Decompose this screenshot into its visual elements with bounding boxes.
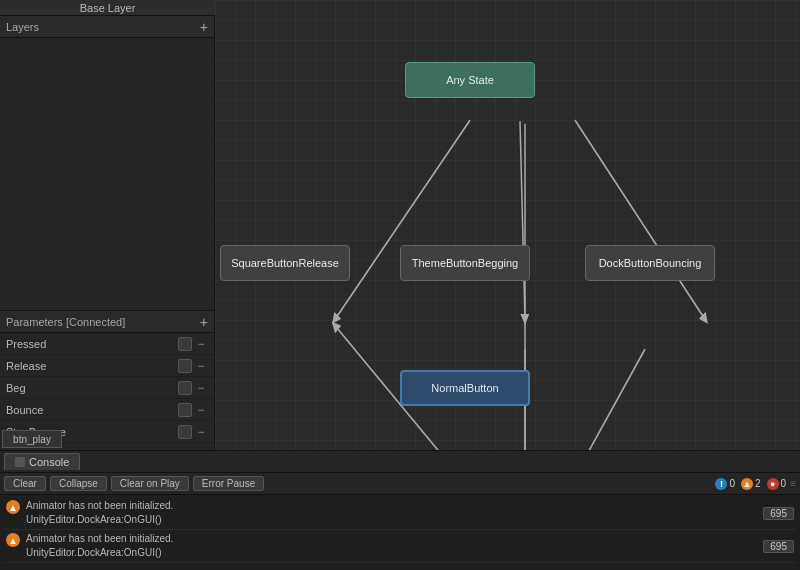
- params-add-button[interactable]: +: [200, 315, 208, 329]
- param-checkbox[interactable]: [178, 337, 192, 351]
- param-label: Beg: [6, 382, 178, 394]
- console-toolbar: Clear Collapse Clear on Play Error Pause…: [0, 473, 800, 495]
- message-warn-icon: ▲: [6, 500, 20, 514]
- param-label: Pressed: [6, 338, 178, 350]
- btn-play[interactable]: btn_play: [2, 430, 62, 448]
- scrollbar-icon: ≡: [790, 478, 796, 489]
- error-pause-button[interactable]: Error Pause: [193, 476, 264, 491]
- message-count: 695: [763, 507, 794, 520]
- param-checkbox[interactable]: [178, 403, 192, 417]
- svg-line-6: [585, 349, 645, 458]
- message-warn-icon: ▲: [6, 533, 20, 547]
- svg-line-0: [335, 120, 470, 319]
- square-release-node[interactable]: SquareButtonRelease: [220, 245, 350, 281]
- animator-canvas[interactable]: Any State SquareButtonRelease ThemeButto…: [215, 0, 800, 520]
- param-label: Bounce: [6, 404, 178, 416]
- param-remove-button[interactable]: −: [194, 337, 208, 351]
- param-label: Release: [6, 360, 178, 372]
- top-bar: Base Layer: [0, 0, 215, 16]
- theme-begging-node[interactable]: ThemeButtonBegging: [400, 245, 530, 281]
- params-header: Parameters [Connected] +: [0, 311, 214, 333]
- any-state-node[interactable]: Any State: [405, 62, 535, 98]
- top-bar-label: Base Layer: [80, 2, 136, 14]
- normal-button-node[interactable]: NormalButton: [400, 370, 530, 406]
- param-list: Pressed−Release−Beg−Bounce−StopBounce−: [0, 333, 214, 443]
- param-row: Bounce−: [0, 399, 214, 421]
- message-content: Animator has not been initialized.UnityE…: [26, 532, 757, 560]
- clear-on-play-button[interactable]: Clear on Play: [111, 476, 189, 491]
- info-count: 0: [781, 478, 787, 489]
- layers-add-button[interactable]: +: [200, 20, 208, 34]
- dock-bouncing-node[interactable]: DockButtonBouncing: [585, 245, 715, 281]
- param-remove-button[interactable]: −: [194, 359, 208, 373]
- layers-panel: Layers +: [0, 16, 215, 311]
- console-message-row[interactable]: ▲Animator has not been initialized.Unity…: [4, 530, 796, 563]
- param-row: Beg−: [0, 377, 214, 399]
- console-tabs: Console: [0, 451, 800, 473]
- warn-badge: ▲ 2: [741, 478, 761, 490]
- svg-line-2: [575, 120, 705, 319]
- warn-icon: ▲: [741, 478, 753, 490]
- warn-count: 2: [755, 478, 761, 489]
- console-tab-label: Console: [29, 456, 69, 468]
- param-checkbox[interactable]: [178, 359, 192, 373]
- param-remove-button[interactable]: −: [194, 381, 208, 395]
- console-tab-icon: [15, 457, 25, 467]
- console-tab[interactable]: Console: [4, 453, 80, 470]
- console-messages: ▲Animator has not been initialized.Unity…: [0, 495, 800, 570]
- layers-header: Layers +: [0, 16, 214, 38]
- params-label: Parameters [Connected]: [6, 316, 125, 328]
- console-message-row[interactable]: ▲Animator has not been initialized.Unity…: [4, 497, 796, 530]
- param-row: Release−: [0, 355, 214, 377]
- console-badges: ! 0 ▲ 2 ● 0: [715, 478, 786, 490]
- param-remove-button[interactable]: −: [194, 403, 208, 417]
- message-content: Animator has not been initialized.UnityE…: [26, 499, 757, 527]
- error-badge: ! 0: [715, 478, 735, 490]
- param-checkbox[interactable]: [178, 425, 192, 439]
- collapse-button[interactable]: Collapse: [50, 476, 107, 491]
- param-checkbox[interactable]: [178, 381, 192, 395]
- svg-line-1: [520, 121, 525, 319]
- clear-button[interactable]: Clear: [4, 476, 46, 491]
- param-remove-button[interactable]: −: [194, 425, 208, 439]
- info-icon: ●: [767, 478, 779, 490]
- param-row: Pressed−: [0, 333, 214, 355]
- error-icon: !: [715, 478, 727, 490]
- layers-label: Layers: [6, 21, 39, 33]
- info-badge: ● 0: [767, 478, 787, 490]
- error-count: 0: [729, 478, 735, 489]
- console-panel: Console Clear Collapse Clear on Play Err…: [0, 450, 800, 570]
- message-count: 695: [763, 540, 794, 553]
